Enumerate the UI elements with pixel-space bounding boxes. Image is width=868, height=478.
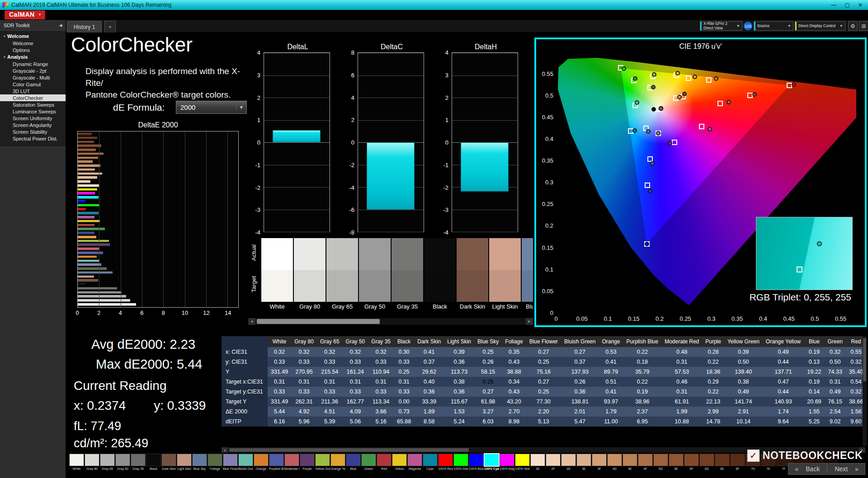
table-cell[interactable]: 0.25 — [526, 387, 561, 397]
patch-swatch-100-blue[interactable]: 100% Blue — [469, 454, 484, 471]
table-cell[interactable]: 0.28 — [702, 347, 724, 357]
table-cell[interactable]: 0.31 — [368, 377, 394, 387]
table-cell[interactable]: 0.43 — [502, 357, 526, 367]
table-cell[interactable]: 0.48 — [661, 347, 702, 357]
patch-swatch-5f[interactable]: 5F — [684, 454, 699, 471]
table-cell[interactable]: 0.43 — [502, 387, 526, 397]
table-cell[interactable]: 211.36 — [317, 397, 343, 407]
table-cell[interactable]: 0.41 — [599, 387, 623, 397]
table-cell[interactable]: 1.89 — [414, 407, 444, 417]
table-cell[interactable]: 89.79 — [599, 367, 623, 377]
table-cell[interactable]: 0.32 — [343, 347, 368, 357]
table-cell[interactable]: 93.97 — [599, 397, 623, 407]
table-cell[interactable]: 5.24 — [444, 417, 474, 426]
patch-swatch-blue-sky[interactable]: Blue Sky — [192, 454, 207, 471]
table-cell[interactable]: 6.16 — [268, 417, 291, 426]
table-cell[interactable]: 10.14 — [724, 417, 763, 426]
patch-swatch-orange-yellow[interactable]: Orange Yellow — [330, 454, 345, 471]
table-cell[interactable]: 0.22 — [702, 387, 724, 397]
table-cell[interactable]: 0.47 — [763, 377, 804, 387]
table-cell[interactable]: 0.37 — [561, 357, 599, 367]
tree-section-welcome[interactable]: ▾Welcome — [0, 33, 66, 40]
table-cell[interactable]: 0.50 — [825, 357, 846, 367]
table-cell[interactable]: 0.33 — [317, 387, 343, 397]
patch-swatch-yellow[interactable]: Yellow — [392, 454, 407, 471]
table-cell[interactable]: 38.96 — [623, 397, 661, 407]
table-cell[interactable]: 6.03 — [474, 417, 502, 426]
table-cell[interactable]: 9.02 — [825, 417, 846, 426]
gear-icon[interactable]: ⚙ — [848, 21, 858, 31]
patch-swatch-gray-50[interactable]: Gray 50 — [115, 454, 130, 471]
table-cell[interactable]: 0.33 — [317, 357, 343, 367]
patch-swatch-gray-65[interactable]: Gray 65 — [100, 454, 115, 471]
table-cell[interactable]: 8.58 — [414, 417, 444, 426]
table-cell[interactable]: 0.27 — [526, 377, 561, 387]
table-cell[interactable]: 0.00 — [394, 397, 414, 407]
patch-swatch-3f[interactable]: 3F — [592, 454, 607, 471]
table-cell[interactable]: 0.38 — [724, 377, 763, 387]
table-cell[interactable]: 0.46 — [661, 377, 702, 387]
table-cell[interactable]: 0.31 — [825, 377, 846, 387]
patch-swatch-100-red[interactable]: 100% Red — [438, 454, 453, 471]
patch-swatch-foliage[interactable]: Foliage — [208, 454, 222, 471]
table-cell[interactable]: 65.88 — [394, 417, 414, 426]
patch-swatch-6e[interactable]: 6E — [715, 454, 730, 471]
table-cell[interactable]: 0.36 — [444, 387, 474, 397]
patch-swatch-100-magenta[interactable]: 100% Magenta — [500, 454, 514, 471]
comparison-patch-blue-sky[interactable]: Blue Sky — [522, 238, 533, 312]
table-cell[interactable]: 0.31 — [317, 377, 343, 387]
table-cell[interactable]: 76.15 — [825, 397, 846, 407]
table-cell[interactable]: 115.67 — [444, 397, 474, 407]
table-cell[interactable]: 58.15 — [474, 367, 502, 377]
minimize-button[interactable]: — — [831, 2, 837, 8]
table-cell[interactable]: 3.66 — [368, 407, 394, 417]
comparison-patch-gray-65[interactable]: Gray 65 — [326, 238, 358, 312]
table-cell[interactable]: 5.96 — [291, 417, 317, 426]
table-cell[interactable]: 22.13 — [702, 397, 724, 407]
table-cell[interactable]: 0.31 — [661, 387, 702, 397]
table-cell[interactable]: 0.31 — [291, 377, 317, 387]
back-arrow-icon[interactable]: « — [795, 465, 798, 473]
table-cell[interactable]: 14.78 — [702, 417, 724, 426]
table-cell[interactable]: 0.27 — [474, 387, 502, 397]
patch-swatch-blue-flower[interactable]: Blue Flower — [223, 454, 238, 471]
table-cell[interactable]: 0.33 — [368, 357, 394, 367]
table-cell[interactable]: 0.25 — [526, 357, 561, 367]
table-cell[interactable]: 331.49 — [268, 367, 291, 377]
table-cell[interactable]: 0.31 — [343, 377, 368, 387]
table-cell[interactable]: 0.33 — [268, 387, 291, 397]
table-cell[interactable]: 0.33 — [268, 357, 291, 367]
table-cell[interactable]: 1.53 — [444, 407, 474, 417]
table-cell[interactable]: 215.54 — [317, 367, 343, 377]
table-cell[interactable]: 5.06 — [343, 417, 368, 426]
table-cell[interactable]: 270.95 — [291, 367, 317, 377]
sidebar-collapse-button[interactable]: ◀ — [57, 22, 64, 29]
table-cell[interactable]: 137.93 — [561, 367, 599, 377]
comparison-scroll-track[interactable] — [255, 318, 526, 325]
sidebar-item-screen-angularity[interactable]: Screen Angularity — [0, 122, 66, 128]
sidebar-item-welcome[interactable]: Welcome — [0, 40, 66, 47]
next-button[interactable]: Next — [835, 465, 848, 473]
next-arrow-icon[interactable]: » — [855, 465, 859, 473]
table-cell[interactable]: 0.27 — [526, 347, 561, 357]
patch-swatch-3d[interactable]: 3D — [561, 454, 576, 471]
table-cell[interactable]: 0.32 — [368, 347, 394, 357]
table-cell[interactable]: 0.32 — [825, 347, 846, 357]
table-cell[interactable]: 0.37 — [414, 357, 444, 367]
patch-swatch-3e[interactable]: 3E — [576, 454, 591, 471]
table-cell[interactable]: 0.32 — [291, 347, 317, 357]
patch-swatch-4d[interactable]: 4D — [607, 454, 622, 471]
table-cell[interactable]: 61.98 — [474, 397, 502, 407]
table-cell[interactable]: 0.31 — [394, 377, 414, 387]
table-cell[interactable]: 138.81 — [561, 397, 599, 407]
patch-swatch-orange[interactable]: Orange — [254, 454, 269, 471]
table-cell[interactable]: 0.33 — [343, 357, 368, 367]
patch-swatch-blue[interactable]: Blue — [346, 454, 361, 471]
table-cell[interactable]: 57.53 — [661, 367, 702, 377]
comparison-scrollbar[interactable]: ◄ ► — [248, 318, 533, 325]
table-cell[interactable]: 18.36 — [702, 367, 724, 377]
patch-swatch-moderate-red[interactable]: Moderate Red — [284, 454, 299, 471]
table-cell[interactable]: 2.01 — [561, 407, 599, 417]
table-cell[interactable]: 0.34 — [502, 377, 526, 387]
table-cell[interactable]: 5.13 — [526, 417, 561, 426]
